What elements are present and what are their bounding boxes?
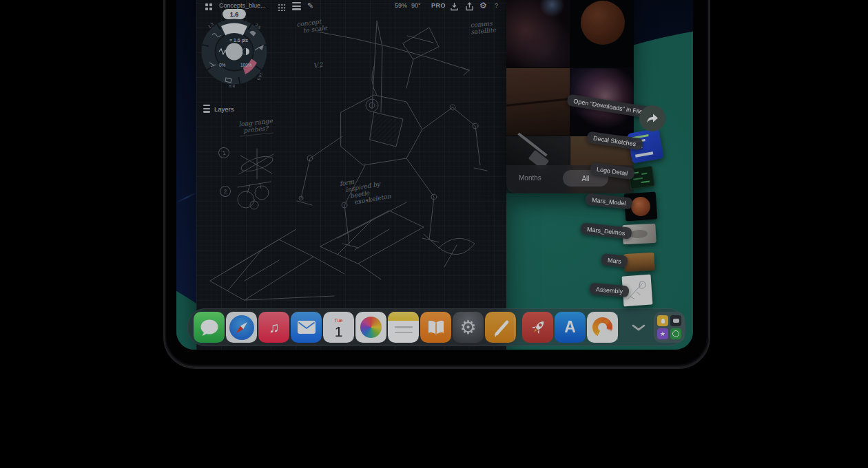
tab-months[interactable]: Months xyxy=(519,174,541,182)
open-in-files-button[interactable] xyxy=(639,105,665,131)
rocket-app-icon[interactable] xyxy=(522,312,553,343)
calendar-weekday: Tue xyxy=(335,318,343,323)
settings-app-icon[interactable]: ⚙ xyxy=(453,312,484,343)
pro-badge[interactable]: PRO xyxy=(431,2,446,9)
appstore-a-icon: A xyxy=(564,318,576,337)
flower-icon xyxy=(360,317,382,338)
rotation-value[interactable]: 90° xyxy=(411,2,421,9)
import-icon[interactable] xyxy=(450,2,459,11)
speech-bubble-icon xyxy=(200,319,219,337)
grid-dots-icon[interactable] xyxy=(278,3,285,11)
app-library-icon[interactable]: ★ xyxy=(654,312,685,343)
safari-app-icon[interactable] xyxy=(226,312,257,343)
layers-label: Layers xyxy=(214,105,234,113)
opacity-max: 100% xyxy=(240,63,252,67)
opacity-min: 0% xyxy=(219,63,226,67)
mini-camera-icon xyxy=(670,315,681,326)
wheel-knob[interactable] xyxy=(226,43,243,61)
messages-app-icon[interactable] xyxy=(194,312,225,343)
settings-gear-icon[interactable]: ⚙ xyxy=(479,1,487,10)
calendar-app-icon[interactable]: Tue 1 xyxy=(323,312,354,343)
rocket-icon xyxy=(524,314,552,341)
note-comms-satellite: commssatellite xyxy=(470,19,496,35)
svg-text:8.9: 8.9 xyxy=(229,84,235,88)
photos-app-icon[interactable] xyxy=(355,312,386,343)
open-book-icon xyxy=(426,318,446,337)
wallpaper-streak xyxy=(176,191,198,203)
mini-tips-icon xyxy=(657,315,668,326)
notes-app-icon[interactable] xyxy=(388,312,419,343)
c-swirl-icon xyxy=(592,317,612,337)
dock-separator xyxy=(514,315,515,340)
dock: ♫ Tue 1 ⚙ xyxy=(187,308,686,346)
concepts-app-window: conceptto scale commssatellite V.2 long-… xyxy=(196,0,506,350)
active-size-value: 1.6 xyxy=(230,11,239,18)
concepts-app-icon[interactable] xyxy=(485,312,516,343)
dock-separator xyxy=(617,315,618,340)
ipad-device: conceptto scale commssatellite V.2 long-… xyxy=(163,0,710,369)
envelope-icon xyxy=(298,321,316,334)
layers-button[interactable]: Layers xyxy=(203,105,234,114)
drag-thumb-mars[interactable] xyxy=(623,253,654,272)
tool-wheel[interactable]: 1.6 ≡ 1.6 pt xyxy=(200,9,276,94)
dock-collapse-button[interactable] xyxy=(628,312,650,343)
compass-needle-icon xyxy=(229,315,254,340)
pen-tool-icon[interactable]: ✎ xyxy=(307,1,313,10)
calendar-day: 1 xyxy=(335,323,343,339)
selection-tool-icon[interactable] xyxy=(292,2,301,12)
music-note-icon: ♫ xyxy=(269,319,280,336)
mini-clock-icon xyxy=(670,328,681,339)
music-app-icon[interactable]: ♫ xyxy=(258,312,289,343)
document-title[interactable]: Concepts_blue... xyxy=(219,2,266,9)
c-swirl-app-icon[interactable] xyxy=(587,312,618,343)
chevron-down-icon xyxy=(631,323,646,332)
gear-icon: ⚙ xyxy=(459,317,476,339)
zoom-level[interactable]: 59% xyxy=(395,2,407,9)
wheel-size-label: ≡ 1.6 pts xyxy=(229,38,249,43)
layers-menu-icon xyxy=(203,105,210,114)
pen-icon xyxy=(489,316,513,339)
app-store-app-icon[interactable]: A xyxy=(555,312,586,343)
books-app-icon[interactable] xyxy=(420,312,451,343)
forward-arrow-icon xyxy=(645,112,659,125)
export-icon[interactable] xyxy=(465,2,474,11)
help-icon[interactable]: ? xyxy=(495,2,498,9)
ipad-screen: conceptto scale commssatellite V.2 long-… xyxy=(176,0,693,350)
mini-star-icon: ★ xyxy=(657,328,668,339)
mail-app-icon[interactable] xyxy=(291,312,322,343)
note-version: V.2 xyxy=(313,61,323,70)
